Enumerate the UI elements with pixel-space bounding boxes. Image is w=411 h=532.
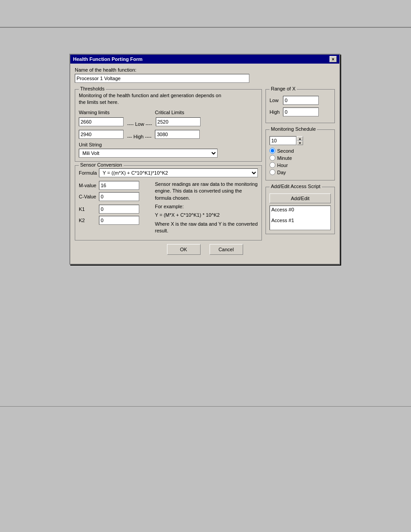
name-input[interactable] [75,74,249,83]
spinner-up-button[interactable]: ▲ [297,136,303,141]
minute-label: Minute [277,155,292,161]
dialog-close-button[interactable]: × [330,56,337,62]
monitoring-spinner-buttons: ▲ ▼ [297,136,303,145]
sensor-desc-3: Y = (M*X + C*10^K1) * 10^K2 [155,212,258,219]
crit-low-input[interactable] [156,117,201,126]
range-low-row: Low [270,96,331,105]
low-limits-row: ---- Low ---- [79,117,258,127]
access-list[interactable]: Access #0 Access #1 [270,206,331,230]
day-radio[interactable] [270,169,275,175]
thresholds-desc: Monitoring of the health function and al… [79,92,258,106]
range-high-input[interactable] [283,107,319,116]
bottom-border [0,406,411,407]
range-high-label: High [270,109,283,115]
access-title: Add/Edit Access Script [270,184,322,189]
access-item-0: Access #0 [271,207,329,212]
thresholds-desc-line1: Monitoring of the health function and al… [79,93,221,98]
dialog-titlebar: Health Function Porting Form × [70,55,339,64]
formula-label: Formula [79,170,97,176]
k2-value-row: K2 [79,216,150,225]
c-value-row: C-Value [79,192,150,201]
m-value-row: M-value [79,181,150,190]
dialog-footer: OK Cancel [75,240,335,259]
dialog-body: Name of the health function: Thresholds … [70,64,339,264]
day-radio-row: Day [270,169,331,175]
sensor-desc-4: Where X is the raw data and Y is the con… [155,221,258,235]
ok-button[interactable]: OK [167,244,201,255]
sensor-description: Sensor readings are raw data to the moni… [155,181,258,236]
critical-header: Critical Limits [155,110,184,115]
second-radio[interactable] [270,148,275,154]
c-value-input[interactable] [99,192,139,201]
thresholds-group: Thresholds Monitoring of the health func… [75,89,262,162]
sensor-group: Sensor Conversion Formula Y = ((m*X) + C… [75,165,262,240]
top-border [0,27,411,28]
name-section: Name of the health function: [75,67,335,83]
m-value-input[interactable] [99,181,139,190]
minute-radio[interactable] [270,155,275,161]
cancel-button[interactable]: Cancel [210,244,243,255]
hour-radio-row: Hour [270,162,331,168]
crit-high-input[interactable] [155,130,200,139]
high-separator: --- High ---- [124,134,155,139]
second-label: Second [277,148,294,154]
k2-value-label: K2 [79,218,99,223]
k1-value-label: K1 [79,206,99,212]
hour-label: Hour [277,163,288,168]
limits-headers: Warning limits Critical Limits [79,110,258,115]
hour-radio[interactable] [270,162,275,168]
monitoring-title: Monitoring Schedule [270,126,317,132]
name-label: Name of the health function: [75,67,335,73]
sensor-title: Sensor Conversion [79,162,124,167]
day-label: Day [277,170,286,175]
sensor-bottom: M-value C-Value K1 [79,181,258,236]
minute-radio-row: Minute [270,155,331,161]
k2-value-input[interactable] [99,216,139,225]
unit-select[interactable]: Mili Volt Volt Celsius RPM [79,149,218,158]
spinner-down-button[interactable]: ▼ [297,141,303,145]
add-edit-button[interactable]: Add/Edit [270,193,331,203]
formula-row: Formula Y = ((m*X) + C*10^K1)*10^K2 [79,168,258,177]
monitoring-interval-input[interactable] [270,136,296,145]
range-high-row: High [270,107,331,116]
high-limits-row: --- High ---- [79,129,258,139]
warn-low-input[interactable] [79,117,124,126]
unit-string-label: Unit String [79,142,258,147]
right-panel: Range of X Low High Monitoring Schedule [265,86,335,240]
low-separator: ---- Low ---- [124,121,156,127]
k1-value-row: K1 [79,205,150,214]
warn-high-input[interactable] [79,130,124,139]
monitoring-group: Monitoring Schedule ▲ ▼ Second [265,129,335,180]
access-group: Add/Edit Access Script Add/Edit Access #… [265,187,335,234]
dialog: Health Function Porting Form × Name of t… [69,54,340,265]
dialog-title: Health Function Porting Form [73,56,142,62]
range-title: Range of X [270,86,297,91]
warning-header: Warning limits [79,110,124,115]
sensor-desc-1: Sensor readings are raw data to the moni… [155,181,258,202]
second-radio-row: Second [270,148,331,154]
range-group: Range of X Low High [265,89,335,123]
m-value-label: M-value [79,183,99,188]
formula-select[interactable]: Y = ((m*X) + C*10^K1)*10^K2 [99,168,258,177]
sensor-desc-2: For example: [155,203,258,210]
main-content-row: Thresholds Monitoring of the health func… [75,86,335,240]
k1-value-input[interactable] [99,205,139,214]
sensor-values: M-value C-Value K1 [79,181,150,236]
range-low-input[interactable] [283,96,319,105]
monitoring-spinner-row: ▲ ▼ [270,136,331,145]
c-value-label: C-Value [79,194,99,199]
thresholds-title: Thresholds [79,86,106,91]
access-item-1: Access #1 [271,218,329,223]
thresholds-desc-line2: the limits set here. [79,99,119,105]
left-panel: Thresholds Monitoring of the health func… [75,86,262,240]
range-low-label: Low [270,98,283,103]
